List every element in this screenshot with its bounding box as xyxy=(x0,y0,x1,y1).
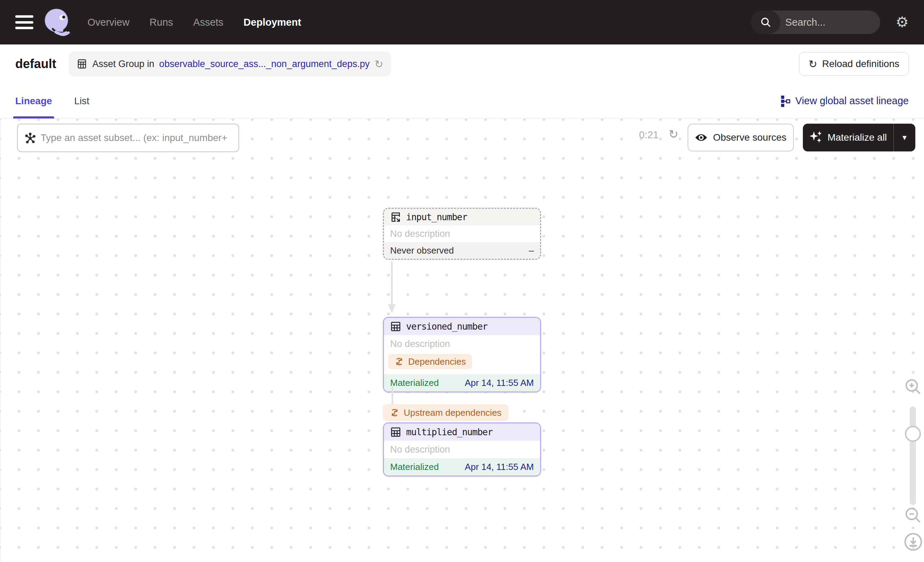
asset-status-value: Apr 14, 11:55 AM xyxy=(465,461,534,472)
observable-table-icon xyxy=(390,212,401,222)
sparkles-icon xyxy=(810,131,823,144)
dagster-logo[interactable] xyxy=(42,6,73,38)
view-tabs-row: Lineage List View global asset lineage xyxy=(0,83,924,119)
asset-node-versioned-number[interactable]: versioned_number No description Dependen… xyxy=(383,317,541,392)
reload-definitions-label: Reload definitions xyxy=(822,59,899,69)
global-search[interactable]: / xyxy=(751,11,880,34)
edge-input-to-versioned xyxy=(387,260,397,316)
zoom-slider-track[interactable] xyxy=(910,406,916,505)
breadcrumb-file-link[interactable]: observable_source_ass..._non_argument_de… xyxy=(159,59,370,69)
asset-status-value: – xyxy=(529,245,534,256)
search-input[interactable] xyxy=(780,17,880,28)
zoom-slider-knob[interactable] xyxy=(905,426,921,442)
observe-sources-button[interactable]: Observe sources xyxy=(688,124,794,152)
reload-icon: ↻ xyxy=(808,58,817,70)
asset-selection-icon xyxy=(24,132,36,144)
asset-status-value: Apr 14, 11:55 AM xyxy=(465,377,534,388)
asset-subset-filter[interactable] xyxy=(17,124,239,152)
page-header: default Asset Group in observable_source… xyxy=(0,45,924,83)
observe-sources-label: Observe sources xyxy=(713,132,786,143)
top-navbar: Overview Runs Assets Deployment / ⚙ xyxy=(0,0,924,45)
asset-subset-input[interactable] xyxy=(40,132,232,143)
eye-icon xyxy=(695,133,707,142)
zoom-in-icon[interactable] xyxy=(903,377,922,396)
reload-location-icon[interactable]: ↻ xyxy=(375,58,383,70)
upstream-dependencies-label: Upstream dependencies xyxy=(404,407,502,418)
refresh-countdown: 0:21 xyxy=(639,129,658,141)
page-title: default xyxy=(15,57,56,71)
asset-status: Never observed xyxy=(390,245,454,256)
table-icon xyxy=(390,427,401,438)
zoom-out-icon[interactable] xyxy=(903,506,922,524)
sync-warning-icon xyxy=(390,408,399,418)
asset-description: No description xyxy=(384,335,540,353)
nav-link-deployment[interactable]: Deployment xyxy=(244,17,301,28)
asset-status: Materialized xyxy=(390,377,439,388)
materialize-all-label: Materialize all xyxy=(828,132,887,143)
nav-link-overview[interactable]: Overview xyxy=(87,17,129,28)
download-image-icon[interactable] xyxy=(903,532,923,551)
nav-link-runs[interactable]: Runs xyxy=(150,17,173,28)
tab-lineage[interactable]: Lineage xyxy=(15,83,52,119)
materialize-options-caret[interactable]: ▼ xyxy=(894,134,915,142)
asset-node-input-number[interactable]: input_number No description Never observ… xyxy=(383,208,541,260)
lineage-graph-icon xyxy=(780,95,790,107)
asset-group-icon xyxy=(76,59,87,69)
primary-nav: Overview Runs Assets Deployment xyxy=(87,17,301,28)
asset-description: No description xyxy=(384,225,540,242)
asset-name: versioned_number xyxy=(406,321,488,332)
tab-list[interactable]: List xyxy=(74,83,90,119)
table-icon xyxy=(390,321,401,332)
asset-name: multiplied_number xyxy=(406,427,492,437)
asset-node-multiplied-number[interactable]: multiplied_number No description Materia… xyxy=(383,422,541,476)
settings-gear-icon[interactable]: ⚙ xyxy=(896,15,909,30)
upstream-dependencies-tag[interactable]: Upstream dependencies xyxy=(383,404,508,421)
view-global-asset-lineage-label: View global asset lineage xyxy=(795,95,909,107)
view-global-asset-lineage-link[interactable]: View global asset lineage xyxy=(780,95,909,107)
materialize-all-button[interactable]: Materialize all ▼ xyxy=(803,124,915,152)
asset-description: No description xyxy=(384,441,540,458)
asset-lineage-canvas[interactable]: 0:21 ↻ Observe sources Materialize all ▼ xyxy=(0,119,924,562)
breadcrumb-prefix: Asset Group in xyxy=(92,59,154,69)
reload-definitions-button[interactable]: ↻ Reload definitions xyxy=(799,52,909,76)
nav-link-assets[interactable]: Assets xyxy=(194,17,224,28)
sync-warning-icon xyxy=(394,357,404,367)
hamburger-menu-icon[interactable] xyxy=(15,15,33,29)
refresh-icon[interactable]: ↻ xyxy=(669,127,679,141)
edge-versioned-to-multiplied xyxy=(392,386,393,406)
asset-name: input_number xyxy=(406,212,467,222)
dependencies-warning-tag[interactable]: Dependencies xyxy=(388,354,472,369)
search-icon xyxy=(751,11,780,34)
asset-status: Materialized xyxy=(390,461,439,472)
dependencies-tag-label: Dependencies xyxy=(408,356,466,367)
asset-group-breadcrumb: Asset Group in observable_source_ass..._… xyxy=(69,51,391,77)
